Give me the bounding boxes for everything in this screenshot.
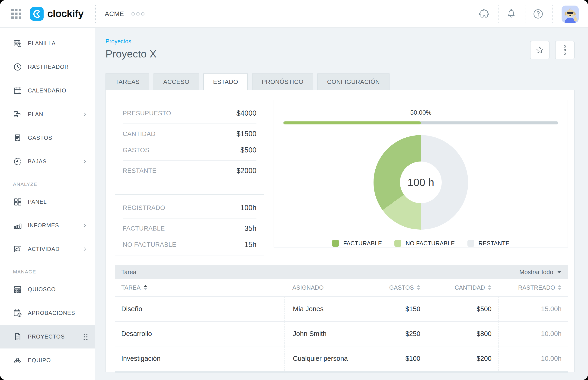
table-row[interactable]: Investigación Cualquier persona $100 $20… [115, 346, 568, 371]
sidebar-item-quiosco[interactable]: QUIOSCO [0, 278, 95, 301]
sidebar-item-proyectos[interactable]: PROYECTOS [0, 325, 95, 348]
notifications-bell-icon[interactable] [506, 8, 517, 19]
sidebar-item-label: PLANILLA [28, 40, 56, 47]
tab-tareas[interactable]: TAREAS [105, 74, 149, 90]
tab-pronostico[interactable]: PRONÓSTICO [252, 74, 313, 90]
show-all-dropdown[interactable]: Mostrar todo [519, 268, 562, 276]
legend-swatch [394, 240, 401, 247]
schedule-icon [13, 110, 22, 119]
billable-value: 35h [244, 224, 256, 233]
chevron-right-icon [82, 246, 88, 252]
donut-center-label: 100 h [407, 176, 434, 189]
legend-item-restante: RESTANTE [468, 240, 510, 247]
table-row[interactable]: Diseño Mia Jones $150 $500 15.00h [115, 296, 568, 321]
progress-percent-label: 50.00% [274, 109, 568, 116]
sidebar-item-label: INFORMES [28, 222, 59, 229]
tab-estado[interactable]: ESTADO [203, 74, 248, 90]
sidebar-item-label: PANEL [28, 199, 47, 205]
reports-icon [13, 221, 22, 230]
timesheet-icon [13, 39, 22, 48]
budget-label: PRESUPUESTO [123, 110, 171, 117]
column-header-cantidad[interactable]: CANTIDAD [427, 279, 498, 296]
brand-wordmark: clockify [47, 8, 83, 19]
sidebar-item-label: CALENDARIO [28, 87, 66, 94]
sidebar-item-label: APROBACIONES [28, 310, 75, 316]
sidebar-item-informes[interactable]: INFORMES [0, 214, 95, 237]
remaining-value: $2000 [236, 167, 256, 175]
sidebar-item-label: BAJAS [28, 158, 47, 165]
caret-down-icon [557, 271, 562, 273]
topbar-divider [95, 5, 96, 23]
help-icon[interactable] [533, 8, 544, 19]
drag-handle-icon[interactable] [83, 333, 88, 340]
sort-icon [488, 285, 491, 290]
billable-label: FACTURABLE [123, 225, 165, 232]
sidebar-item-panel[interactable]: PANEL [0, 190, 95, 214]
chevron-right-icon [82, 222, 88, 228]
divider [123, 218, 256, 219]
sidebar-item-planilla[interactable]: PLANILLA [0, 32, 95, 55]
sidebar-item-label: RASTREADOR [28, 64, 69, 70]
receipt-icon [13, 133, 22, 143]
column-header-asignado: ASIGNADO [284, 279, 356, 296]
sort-icon [417, 285, 420, 290]
donut-hole: 100 h [400, 161, 442, 203]
sidebar-item-actividad[interactable]: ACTIVIDAD [0, 237, 95, 261]
sort-icon [558, 285, 562, 290]
sidebar-item-label: QUIOSCO [28, 286, 56, 293]
breadcrumb-proyectos[interactable]: Proyectos [105, 38, 131, 45]
table-row[interactable]: Desarrollo John Smith $250 $800 10.00h [115, 321, 568, 346]
legend-item-no-facturable: NO FACTURABLE [394, 240, 455, 247]
topbar-divider [525, 5, 525, 23]
apps-grid-icon[interactable] [11, 9, 21, 19]
sidebar-item-label: ACTIVIDAD [28, 246, 59, 252]
more-options-button[interactable] [555, 41, 575, 59]
clockify-logo-icon[interactable] [30, 7, 44, 21]
clock-icon [13, 62, 22, 72]
main-content: Proyectos Proyecto X TAREAS ACCESO ESTAD… [96, 28, 588, 380]
team-icon [13, 356, 22, 365]
calendar-icon [13, 86, 22, 95]
amount-label: CANTIDAD [123, 131, 156, 138]
tracked-label: REGISTRADO [123, 204, 165, 211]
table-toolbar-title: Tarea [121, 268, 136, 276]
sidebar-item-plan[interactable]: PLAN [0, 102, 95, 126]
chart-legend: FACTURABLE NO FACTURABLE RESTANTE [274, 240, 568, 247]
budget-value: $4000 [236, 109, 256, 117]
tracked-value: 100h [240, 204, 256, 212]
top-bar: clockify ACME [0, 0, 588, 28]
amount-value: $1500 [236, 130, 256, 138]
favorite-star-button[interactable] [530, 41, 549, 59]
dashboard-icon [13, 197, 22, 207]
sidebar-item-label: EQUIPO [28, 357, 51, 363]
chevron-right-icon [82, 158, 88, 165]
expenses-value: $500 [240, 146, 256, 154]
sidebar-item-calendario[interactable]: CALENDARIO [0, 79, 95, 102]
table-header-row: TAREA ASIGNADO GASTOS CANTIDAD [115, 279, 568, 296]
sidebar-item-gastos[interactable]: GASTOS [0, 126, 95, 150]
column-header-tarea[interactable]: TAREA [115, 279, 284, 296]
donut-chart: 100 h [373, 135, 468, 230]
tab-acceso[interactable]: ACCESO [154, 74, 199, 90]
tracked-time-card: REGISTRADO 100h FACTURABLE 35h NO FACTUR… [115, 194, 264, 256]
sidebar-item-aprobaciones[interactable]: APROBACIONES [0, 301, 95, 325]
topbar-divider [471, 5, 471, 23]
sidebar-item-label: PROYECTOS [28, 333, 65, 340]
sidebar-section-manage: MANAGE [0, 266, 95, 278]
column-header-rastreado[interactable]: RASTREADO [498, 279, 568, 296]
user-avatar[interactable] [562, 6, 579, 23]
sidebar-item-equipo[interactable]: EQUIPO [0, 348, 95, 372]
approvals-icon [13, 308, 22, 318]
column-header-gastos[interactable]: GASTOS [356, 279, 427, 296]
integrations-puzzle-icon[interactable] [479, 8, 490, 19]
star-icon [535, 46, 544, 55]
sidebar-item-bajas[interactable]: BAJAS [0, 150, 95, 173]
workspace-more-icon[interactable] [131, 12, 145, 17]
kiosk-icon [13, 285, 22, 294]
budget-card: PRESUPUESTO $4000 CANTIDAD $1500 GASTOS … [115, 100, 264, 184]
tab-configuracion[interactable]: CONFIGURACIÓN [317, 74, 390, 90]
sort-icon [143, 285, 147, 290]
time-off-icon [13, 157, 22, 166]
workspace-selector[interactable]: ACME [105, 10, 124, 18]
sidebar-item-rastreador[interactable]: RASTREADOR [0, 55, 95, 79]
